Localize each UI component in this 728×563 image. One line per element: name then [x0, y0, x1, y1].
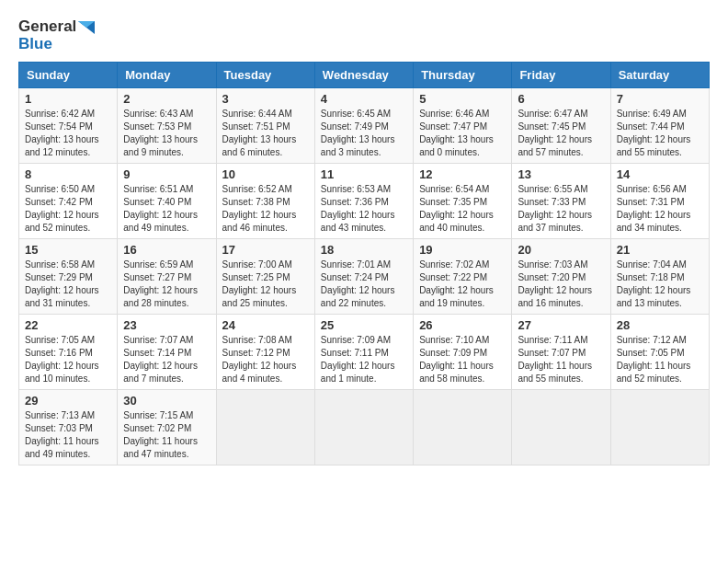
day-number: 21 — [617, 243, 703, 257]
day-number: 24 — [222, 318, 309, 332]
day-info: Sunrise: 7:10 AM Sunset: 7:09 PM Dayligh… — [419, 334, 506, 385]
header-tuesday: Tuesday — [216, 63, 314, 88]
day-info: Sunrise: 7:11 AM Sunset: 7:07 PM Dayligh… — [518, 334, 604, 385]
calendar-week-3: 15 Sunrise: 6:58 AM Sunset: 7:29 PM Dayl… — [19, 239, 710, 315]
page-header: General Blue — [18, 18, 710, 52]
calendar-cell: 9 Sunrise: 6:51 AM Sunset: 7:40 PM Dayli… — [118, 164, 216, 239]
calendar-week-2: 8 Sunrise: 6:50 AM Sunset: 7:42 PM Dayli… — [19, 164, 710, 239]
day-info: Sunrise: 7:05 AM Sunset: 7:16 PM Dayligh… — [25, 334, 111, 385]
day-number: 12 — [419, 167, 506, 181]
calendar-cell: 23 Sunrise: 7:07 AM Sunset: 7:14 PM Dayl… — [118, 315, 216, 390]
calendar-cell: 12 Sunrise: 6:54 AM Sunset: 7:35 PM Dayl… — [414, 164, 512, 239]
day-number: 9 — [123, 167, 210, 181]
day-info: Sunrise: 7:15 AM Sunset: 7:02 PM Dayligh… — [123, 409, 210, 461]
calendar-cell: 28 Sunrise: 7:12 AM Sunset: 7:05 PM Dayl… — [610, 315, 709, 390]
day-number: 25 — [321, 318, 407, 332]
calendar-cell — [414, 390, 512, 465]
calendar-cell: 19 Sunrise: 7:02 AM Sunset: 7:22 PM Dayl… — [414, 239, 512, 315]
calendar-cell — [314, 390, 413, 465]
day-number: 5 — [419, 92, 506, 106]
day-number: 28 — [617, 318, 703, 332]
day-number: 10 — [222, 167, 309, 181]
day-number: 3 — [222, 92, 309, 106]
day-info: Sunrise: 6:47 AM Sunset: 7:45 PM Dayligh… — [518, 108, 604, 159]
calendar-cell: 15 Sunrise: 6:58 AM Sunset: 7:29 PM Dayl… — [19, 239, 118, 315]
calendar-cell: 7 Sunrise: 6:49 AM Sunset: 7:44 PM Dayli… — [610, 88, 709, 164]
day-number: 6 — [518, 92, 604, 106]
day-info: Sunrise: 6:49 AM Sunset: 7:44 PM Dayligh… — [617, 108, 703, 159]
calendar-week-5: 29 Sunrise: 7:13 AM Sunset: 7:03 PM Dayl… — [19, 390, 710, 465]
day-info: Sunrise: 7:00 AM Sunset: 7:25 PM Dayligh… — [222, 259, 309, 310]
calendar-cell: 1 Sunrise: 6:42 AM Sunset: 7:54 PM Dayli… — [19, 88, 118, 164]
day-info: Sunrise: 6:46 AM Sunset: 7:47 PM Dayligh… — [419, 108, 506, 159]
calendar-week-4: 22 Sunrise: 7:05 AM Sunset: 7:16 PM Dayl… — [19, 315, 710, 390]
calendar-cell: 30 Sunrise: 7:15 AM Sunset: 7:02 PM Dayl… — [118, 390, 216, 465]
calendar-cell: 27 Sunrise: 7:11 AM Sunset: 7:07 PM Dayl… — [512, 315, 610, 390]
day-info: Sunrise: 7:09 AM Sunset: 7:11 PM Dayligh… — [321, 334, 407, 385]
day-info: Sunrise: 6:59 AM Sunset: 7:27 PM Dayligh… — [123, 259, 210, 310]
day-number: 27 — [518, 318, 604, 332]
day-number: 11 — [321, 167, 407, 181]
header-friday: Friday — [512, 63, 610, 88]
day-info: Sunrise: 7:02 AM Sunset: 7:22 PM Dayligh… — [419, 259, 506, 310]
day-number: 30 — [123, 394, 210, 408]
calendar-header-row: SundayMondayTuesdayWednesdayThursdayFrid… — [19, 63, 710, 88]
day-info: Sunrise: 6:55 AM Sunset: 7:33 PM Dayligh… — [518, 183, 604, 235]
day-info: Sunrise: 7:04 AM Sunset: 7:18 PM Dayligh… — [617, 259, 703, 310]
header-sunday: Sunday — [19, 63, 118, 88]
logo-blue: Blue — [18, 36, 95, 53]
day-number: 15 — [25, 243, 111, 257]
calendar-table: SundayMondayTuesdayWednesdayThursdayFrid… — [18, 62, 710, 465]
day-info: Sunrise: 6:51 AM Sunset: 7:40 PM Dayligh… — [123, 183, 210, 235]
day-number: 20 — [518, 243, 604, 257]
calendar-cell: 4 Sunrise: 6:45 AM Sunset: 7:49 PM Dayli… — [314, 88, 413, 164]
header-wednesday: Wednesday — [314, 63, 413, 88]
day-number: 1 — [25, 92, 111, 106]
day-info: Sunrise: 6:50 AM Sunset: 7:42 PM Dayligh… — [25, 183, 111, 235]
calendar-cell: 26 Sunrise: 7:10 AM Sunset: 7:09 PM Dayl… — [414, 315, 512, 390]
calendar-cell: 21 Sunrise: 7:04 AM Sunset: 7:18 PM Dayl… — [610, 239, 709, 315]
calendar-cell — [512, 390, 610, 465]
day-number: 17 — [222, 243, 309, 257]
calendar-cell: 3 Sunrise: 6:44 AM Sunset: 7:51 PM Dayli… — [216, 88, 314, 164]
calendar-cell: 17 Sunrise: 7:00 AM Sunset: 7:25 PM Dayl… — [216, 239, 314, 315]
day-info: Sunrise: 6:58 AM Sunset: 7:29 PM Dayligh… — [25, 259, 111, 310]
day-number: 29 — [25, 394, 111, 408]
calendar-cell: 14 Sunrise: 6:56 AM Sunset: 7:31 PM Dayl… — [610, 164, 709, 239]
calendar-cell: 13 Sunrise: 6:55 AM Sunset: 7:33 PM Dayl… — [512, 164, 610, 239]
calendar-cell — [216, 390, 314, 465]
day-info: Sunrise: 6:54 AM Sunset: 7:35 PM Dayligh… — [419, 183, 506, 235]
logo: General Blue — [18, 18, 95, 52]
calendar-week-1: 1 Sunrise: 6:42 AM Sunset: 7:54 PM Dayli… — [19, 88, 710, 164]
day-number: 18 — [321, 243, 407, 257]
day-info: Sunrise: 6:43 AM Sunset: 7:53 PM Dayligh… — [123, 108, 210, 159]
calendar-cell: 24 Sunrise: 7:08 AM Sunset: 7:12 PM Dayl… — [216, 315, 314, 390]
logo-general: General — [18, 18, 95, 36]
calendar-cell: 20 Sunrise: 7:03 AM Sunset: 7:20 PM Dayl… — [512, 239, 610, 315]
day-number: 14 — [617, 167, 703, 181]
calendar-cell: 8 Sunrise: 6:50 AM Sunset: 7:42 PM Dayli… — [19, 164, 118, 239]
day-info: Sunrise: 7:07 AM Sunset: 7:14 PM Dayligh… — [123, 334, 210, 385]
calendar-cell: 10 Sunrise: 6:52 AM Sunset: 7:38 PM Dayl… — [216, 164, 314, 239]
calendar-cell — [610, 390, 709, 465]
day-number: 23 — [123, 318, 210, 332]
day-number: 2 — [123, 92, 210, 106]
calendar-cell: 25 Sunrise: 7:09 AM Sunset: 7:11 PM Dayl… — [314, 315, 413, 390]
day-number: 19 — [419, 243, 506, 257]
day-info: Sunrise: 6:44 AM Sunset: 7:51 PM Dayligh… — [222, 108, 309, 159]
calendar-cell: 6 Sunrise: 6:47 AM Sunset: 7:45 PM Dayli… — [512, 88, 610, 164]
day-info: Sunrise: 7:01 AM Sunset: 7:24 PM Dayligh… — [321, 259, 407, 310]
day-number: 7 — [617, 92, 703, 106]
day-info: Sunrise: 6:42 AM Sunset: 7:54 PM Dayligh… — [25, 108, 111, 159]
day-info: Sunrise: 7:13 AM Sunset: 7:03 PM Dayligh… — [25, 409, 111, 461]
day-info: Sunrise: 6:53 AM Sunset: 7:36 PM Dayligh… — [321, 183, 407, 235]
day-number: 16 — [123, 243, 210, 257]
calendar-cell: 5 Sunrise: 6:46 AM Sunset: 7:47 PM Dayli… — [414, 88, 512, 164]
logo-graphic: General Blue — [18, 18, 95, 52]
day-number: 26 — [419, 318, 506, 332]
calendar-cell: 22 Sunrise: 7:05 AM Sunset: 7:16 PM Dayl… — [19, 315, 118, 390]
day-number: 8 — [25, 167, 111, 181]
day-info: Sunrise: 6:56 AM Sunset: 7:31 PM Dayligh… — [617, 183, 703, 235]
day-info: Sunrise: 6:45 AM Sunset: 7:49 PM Dayligh… — [321, 108, 407, 159]
header-saturday: Saturday — [610, 63, 709, 88]
